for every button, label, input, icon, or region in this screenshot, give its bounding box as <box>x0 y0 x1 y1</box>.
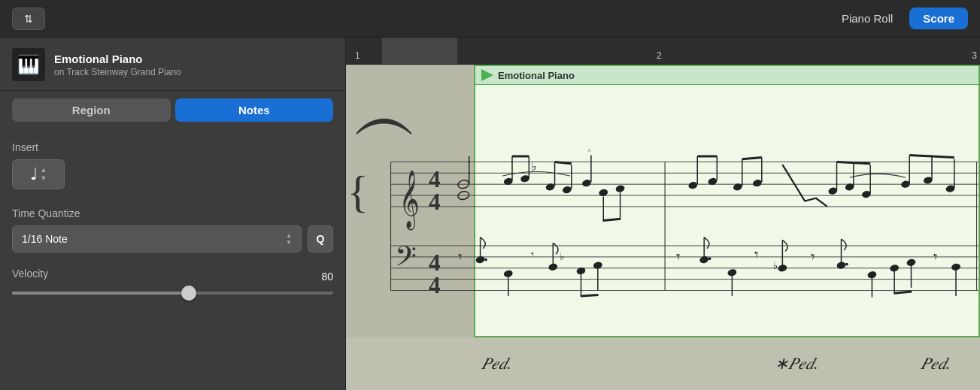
controls-area: Insert ♩ ▲ ▼ Time Quantize 1/16 Note <box>0 129 345 390</box>
quantize-select[interactable]: 1/16 Note ▲ ▼ <box>12 225 302 252</box>
svg-line-66 <box>909 155 954 157</box>
top-bar: ⇅ Piano Roll Score <box>0 0 980 38</box>
svg-point-32 <box>562 186 572 195</box>
note-icon: ♩ <box>30 165 38 184</box>
pedal-mark-3: 𝑃𝑒𝑑. <box>921 354 951 373</box>
svg-text:4: 4 <box>429 272 441 298</box>
pedal-mark-2: ∗𝑃𝑒𝑑. <box>775 354 818 373</box>
velocity-row: Velocity 80 <box>12 268 333 286</box>
score-button[interactable]: Score <box>909 8 968 29</box>
note-stepper[interactable]: ▲ ▼ <box>41 166 47 183</box>
left-panel: 🎹 Emotional Piano on Track Steinway Gran… <box>0 38 346 390</box>
piano-roll-button[interactable]: Piano Roll <box>831 8 903 29</box>
velocity-section: Velocity 80 <box>12 268 333 295</box>
select-down-icon[interactable]: ▼ <box>286 240 292 246</box>
svg-text:♭: ♭ <box>531 159 537 174</box>
svg-text:𝄞: 𝄞 <box>399 170 420 231</box>
velocity-value: 80 <box>321 271 333 283</box>
svg-text:{: { <box>347 167 369 216</box>
time-quantize-row: 1/16 Note ▲ ▼ Q <box>12 225 333 252</box>
quantize-button[interactable]: Q <box>308 225 333 252</box>
timeline-ruler: 1 2 3 <box>346 38 980 65</box>
svg-point-94 <box>845 263 848 266</box>
pedal-area: 𝑃𝑒𝑑. ∗𝑃𝑒𝑑. 𝑃𝑒𝑑. <box>346 337 980 390</box>
svg-line-102 <box>894 292 912 293</box>
score-content: Emotional Piano ⌒ { <box>346 65 980 390</box>
track-name: Emotional Piano <box>54 53 181 65</box>
svg-point-50 <box>752 179 763 188</box>
track-info: 🎹 Emotional Piano on Track Steinway Gran… <box>0 38 345 91</box>
svg-text:♭: ♭ <box>560 251 564 262</box>
svg-point-84 <box>708 257 711 260</box>
pedal-mark-1: 𝑃𝑒𝑑. <box>481 354 511 373</box>
smart-controls-icon: ⇅ <box>24 13 33 25</box>
track-icon: 🎹 <box>12 48 45 81</box>
velocity-label: Velocity <box>12 268 48 280</box>
svg-text:𝄾: 𝄾 <box>754 251 758 258</box>
ruler-marker-1: 1 <box>355 50 360 61</box>
svg-point-43 <box>687 181 698 190</box>
svg-text:4: 4 <box>429 189 441 215</box>
select-up-icon[interactable]: ▲ <box>286 233 292 239</box>
note-selector[interactable]: ♩ ▲ ▼ <box>12 159 65 189</box>
ruler-playhead <box>382 38 457 64</box>
insert-control: ♩ ▲ ▼ <box>12 159 333 189</box>
svg-point-40 <box>615 184 626 193</box>
region-tab[interactable]: Region <box>12 98 171 122</box>
time-quantize-section: Time Quantize 1/16 Note ▲ ▼ Q <box>12 207 333 252</box>
view-buttons: Piano Roll Score <box>831 8 968 29</box>
tab-row: Region Notes <box>0 91 345 129</box>
main-layout: 🎹 Emotional Piano on Track Steinway Gran… <box>0 38 980 390</box>
svg-text:^: ^ <box>587 147 591 155</box>
insert-label: Insert <box>12 141 333 153</box>
track-details: Emotional Piano on Track Steinway Grand … <box>54 53 181 77</box>
select-stepper[interactable]: ▲ ▼ <box>286 233 292 246</box>
top-bar-left: ⇅ <box>12 8 45 30</box>
svg-line-81 <box>581 295 599 295</box>
velocity-slider-track[interactable] <box>12 292 333 295</box>
svg-text:𝄾: 𝄾 <box>531 252 534 257</box>
velocity-slider-thumb[interactable] <box>181 286 196 301</box>
time-quantize-label: Time Quantize <box>12 207 333 219</box>
score-svg: ⌒ { 𝄞 𝄢 <box>346 65 980 337</box>
svg-text:𝄢: 𝄢 <box>395 241 417 279</box>
ruler-marker-2: 2 <box>657 50 662 61</box>
svg-point-69 <box>484 258 487 262</box>
arrow-down-icon[interactable]: ▼ <box>41 174 47 183</box>
smart-controls-button[interactable]: ⇅ <box>12 8 45 30</box>
right-panel: 1 2 3 Emotional Piano ⌒ { <box>346 38 980 390</box>
arrow-up-icon[interactable]: ▲ <box>41 166 47 174</box>
notes-tab[interactable]: Notes <box>175 98 334 122</box>
svg-text:♭: ♭ <box>773 260 778 271</box>
ruler-marker-3: 3 <box>972 50 977 61</box>
track-subtitle: on Track Steinway Grand Piano <box>54 67 181 77</box>
svg-line-52 <box>742 157 762 159</box>
svg-line-42 <box>603 219 621 220</box>
velocity-slider-fill <box>12 292 189 295</box>
svg-point-35 <box>581 179 592 188</box>
quantize-value: 1/16 Note <box>22 233 68 245</box>
